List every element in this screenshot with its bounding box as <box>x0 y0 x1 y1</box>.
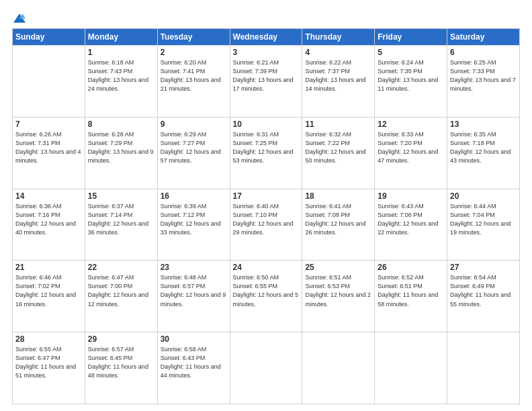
day-number: 12 <box>378 120 444 129</box>
calendar-week-row: 1Sunrise: 6:18 AMSunset: 7:43 PMDaylight… <box>13 46 520 118</box>
day-info: Sunrise: 6:51 AMSunset: 6:53 PMDaylight:… <box>305 273 371 308</box>
weekday-header-tuesday: Tuesday <box>157 29 230 46</box>
day-number: 30 <box>161 334 227 344</box>
calendar-cell: 26Sunrise: 6:52 AMSunset: 6:51 PMDayligh… <box>375 261 447 332</box>
calendar-cell: 30Sunrise: 6:58 AMSunset: 6:43 PMDayligh… <box>157 332 230 404</box>
day-info: Sunrise: 6:35 AMSunset: 7:18 PMDaylight:… <box>450 130 517 165</box>
calendar-cell: 4Sunrise: 6:22 AMSunset: 7:37 PMDaylight… <box>302 46 375 118</box>
day-number: 21 <box>15 263 82 272</box>
weekday-header-row: SundayMondayTuesdayWednesdayThursdayFrid… <box>13 29 520 46</box>
calendar-week-row: 21Sunrise: 6:46 AMSunset: 7:02 PMDayligh… <box>13 261 520 332</box>
day-number: 3 <box>233 48 300 57</box>
calendar-cell: 24Sunrise: 6:50 AMSunset: 6:55 PMDayligh… <box>230 261 302 332</box>
day-info: Sunrise: 6:32 AMSunset: 7:22 PMDaylight:… <box>305 130 371 165</box>
calendar-cell <box>375 332 447 404</box>
weekday-header-thursday: Thursday <box>302 29 375 46</box>
day-number: 27 <box>450 263 517 272</box>
day-info: Sunrise: 6:20 AMSunset: 7:41 PMDaylight:… <box>161 58 227 93</box>
calendar-cell <box>302 332 375 404</box>
calendar-cell: 17Sunrise: 6:40 AMSunset: 7:10 PMDayligh… <box>230 189 302 261</box>
day-info: Sunrise: 6:47 AMSunset: 7:00 PMDaylight:… <box>88 273 154 308</box>
weekday-header-friday: Friday <box>375 29 447 46</box>
day-info: Sunrise: 6:36 AMSunset: 7:16 PMDaylight:… <box>15 202 82 237</box>
calendar-cell: 29Sunrise: 6:57 AMSunset: 6:45 PMDayligh… <box>85 332 157 404</box>
calendar-cell: 10Sunrise: 6:31 AMSunset: 7:25 PMDayligh… <box>230 117 302 189</box>
calendar-cell: 5Sunrise: 6:24 AMSunset: 7:35 PMDaylight… <box>375 46 447 118</box>
day-number: 4 <box>305 48 371 57</box>
calendar-cell: 23Sunrise: 6:48 AMSunset: 6:57 PMDayligh… <box>157 261 230 332</box>
calendar-cell: 11Sunrise: 6:32 AMSunset: 7:22 PMDayligh… <box>302 117 375 189</box>
calendar-cell <box>230 332 302 404</box>
calendar-cell: 19Sunrise: 6:43 AMSunset: 7:06 PMDayligh… <box>375 189 447 261</box>
day-info: Sunrise: 6:28 AMSunset: 7:29 PMDaylight:… <box>88 130 154 165</box>
day-number: 25 <box>305 263 371 272</box>
day-number: 24 <box>233 263 300 272</box>
day-number: 10 <box>233 120 300 129</box>
calendar-cell <box>447 332 520 404</box>
calendar-cell: 1Sunrise: 6:18 AMSunset: 7:43 PMDaylight… <box>85 46 157 118</box>
day-info: Sunrise: 6:37 AMSunset: 7:14 PMDaylight:… <box>88 202 154 237</box>
calendar-cell: 12Sunrise: 6:33 AMSunset: 7:20 PMDayligh… <box>375 117 447 189</box>
day-info: Sunrise: 6:58 AMSunset: 6:43 PMDaylight:… <box>161 345 227 380</box>
day-info: Sunrise: 6:21 AMSunset: 7:39 PMDaylight:… <box>233 58 300 93</box>
calendar-cell: 21Sunrise: 6:46 AMSunset: 7:02 PMDayligh… <box>13 261 85 332</box>
calendar-cell: 8Sunrise: 6:28 AMSunset: 7:29 PMDaylight… <box>85 117 157 189</box>
day-number: 17 <box>233 191 300 201</box>
day-info: Sunrise: 6:48 AMSunset: 6:57 PMDaylight:… <box>161 273 227 308</box>
day-number: 2 <box>161 48 227 57</box>
day-info: Sunrise: 6:22 AMSunset: 7:37 PMDaylight:… <box>305 58 371 93</box>
logo-icon <box>13 13 26 23</box>
day-info: Sunrise: 6:46 AMSunset: 7:02 PMDaylight:… <box>15 273 82 308</box>
calendar-cell: 20Sunrise: 6:44 AMSunset: 7:04 PMDayligh… <box>447 189 520 261</box>
day-number: 18 <box>305 191 371 201</box>
day-number: 14 <box>15 191 82 201</box>
calendar-cell: 3Sunrise: 6:21 AMSunset: 7:39 PMDaylight… <box>230 46 302 118</box>
calendar-week-row: 28Sunrise: 6:55 AMSunset: 6:47 PMDayligh… <box>13 332 520 404</box>
calendar-cell: 13Sunrise: 6:35 AMSunset: 7:18 PMDayligh… <box>447 117 520 189</box>
calendar-cell: 16Sunrise: 6:39 AMSunset: 7:12 PMDayligh… <box>157 189 230 261</box>
day-number: 7 <box>15 120 82 129</box>
logo <box>12 13 26 23</box>
day-info: Sunrise: 6:25 AMSunset: 7:33 PMDaylight:… <box>450 58 517 93</box>
calendar-cell: 6Sunrise: 6:25 AMSunset: 7:33 PMDaylight… <box>447 46 520 118</box>
day-info: Sunrise: 6:29 AMSunset: 7:27 PMDaylight:… <box>161 130 227 165</box>
day-info: Sunrise: 6:24 AMSunset: 7:35 PMDaylight:… <box>378 58 444 93</box>
day-info: Sunrise: 6:40 AMSunset: 7:10 PMDaylight:… <box>233 202 300 237</box>
day-info: Sunrise: 6:18 AMSunset: 7:43 PMDaylight:… <box>88 58 154 93</box>
weekday-header-saturday: Saturday <box>447 29 520 46</box>
day-info: Sunrise: 6:52 AMSunset: 6:51 PMDaylight:… <box>378 273 444 308</box>
day-number: 1 <box>88 48 154 57</box>
day-info: Sunrise: 6:26 AMSunset: 7:31 PMDaylight:… <box>15 130 82 165</box>
calendar-cell: 25Sunrise: 6:51 AMSunset: 6:53 PMDayligh… <box>302 261 375 332</box>
calendar-week-row: 7Sunrise: 6:26 AMSunset: 7:31 PMDaylight… <box>13 117 520 189</box>
header <box>12 11 520 23</box>
weekday-header-wednesday: Wednesday <box>230 29 302 46</box>
day-info: Sunrise: 6:55 AMSunset: 6:47 PMDaylight:… <box>15 345 82 380</box>
day-info: Sunrise: 6:33 AMSunset: 7:20 PMDaylight:… <box>378 130 444 165</box>
calendar-cell: 15Sunrise: 6:37 AMSunset: 7:14 PMDayligh… <box>85 189 157 261</box>
day-number: 20 <box>450 191 517 201</box>
day-info: Sunrise: 6:41 AMSunset: 7:08 PMDaylight:… <box>305 202 371 237</box>
calendar-cell: 2Sunrise: 6:20 AMSunset: 7:41 PMDaylight… <box>157 46 230 118</box>
day-number: 8 <box>88 120 154 129</box>
calendar-cell: 7Sunrise: 6:26 AMSunset: 7:31 PMDaylight… <box>13 117 85 189</box>
day-number: 11 <box>305 120 371 129</box>
day-info: Sunrise: 6:50 AMSunset: 6:55 PMDaylight:… <box>233 273 300 308</box>
day-number: 9 <box>161 120 227 129</box>
day-info: Sunrise: 6:57 AMSunset: 6:45 PMDaylight:… <box>88 345 154 380</box>
calendar-cell <box>13 46 85 118</box>
day-number: 26 <box>378 263 444 272</box>
day-number: 22 <box>88 263 154 272</box>
day-number: 29 <box>88 334 154 344</box>
calendar-cell: 28Sunrise: 6:55 AMSunset: 6:47 PMDayligh… <box>13 332 85 404</box>
day-info: Sunrise: 6:43 AMSunset: 7:06 PMDaylight:… <box>378 202 444 237</box>
day-number: 28 <box>15 334 82 344</box>
weekday-header-sunday: Sunday <box>13 29 85 46</box>
calendar-cell: 14Sunrise: 6:36 AMSunset: 7:16 PMDayligh… <box>13 189 85 261</box>
day-number: 16 <box>161 191 227 201</box>
day-number: 6 <box>450 48 517 57</box>
weekday-header-monday: Monday <box>85 29 157 46</box>
calendar-cell: 9Sunrise: 6:29 AMSunset: 7:27 PMDaylight… <box>157 117 230 189</box>
calendar-week-row: 14Sunrise: 6:36 AMSunset: 7:16 PMDayligh… <box>13 189 520 261</box>
day-info: Sunrise: 6:31 AMSunset: 7:25 PMDaylight:… <box>233 130 300 165</box>
